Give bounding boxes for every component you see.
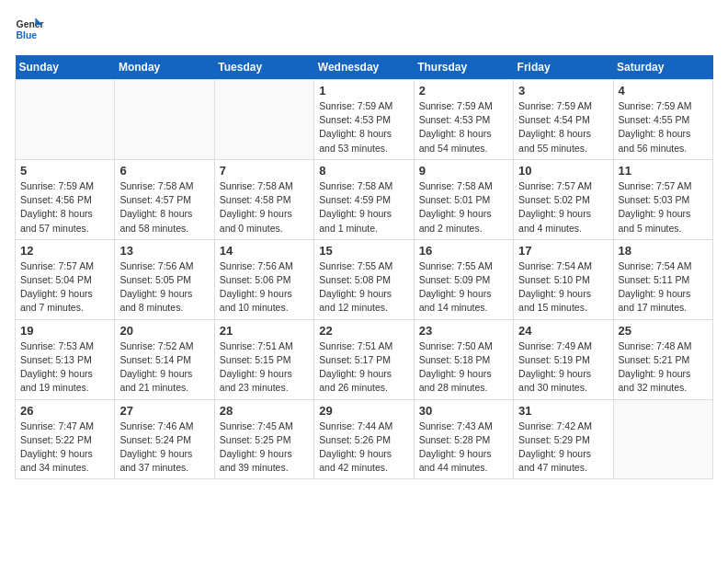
day-cell: 26Sunrise: 7:47 AM Sunset: 5:22 PM Dayli…	[16, 399, 115, 479]
day-info: Sunrise: 7:51 AM Sunset: 5:17 PM Dayligh…	[319, 339, 408, 396]
weekday-header-row: SundayMondayTuesdayWednesdayThursdayFrid…	[16, 55, 713, 80]
day-cell: 20Sunrise: 7:52 AM Sunset: 5:14 PM Dayli…	[115, 319, 214, 399]
day-cell	[214, 80, 313, 160]
day-info: Sunrise: 7:58 AM Sunset: 5:01 PM Dayligh…	[419, 179, 508, 236]
day-cell: 21Sunrise: 7:51 AM Sunset: 5:15 PM Dayli…	[214, 319, 313, 399]
day-cell: 17Sunrise: 7:54 AM Sunset: 5:10 PM Dayli…	[514, 239, 613, 319]
weekday-wednesday: Wednesday	[314, 55, 414, 80]
week-row-2: 5Sunrise: 7:59 AM Sunset: 4:56 PM Daylig…	[16, 159, 713, 239]
day-info: Sunrise: 7:45 AM Sunset: 5:25 PM Dayligh…	[220, 419, 309, 476]
day-number: 18	[619, 244, 708, 258]
day-cell: 9Sunrise: 7:58 AM Sunset: 5:01 PM Daylig…	[414, 159, 513, 239]
day-info: Sunrise: 7:49 AM Sunset: 5:19 PM Dayligh…	[518, 339, 608, 396]
day-number: 12	[20, 244, 109, 258]
day-cell: 27Sunrise: 7:46 AM Sunset: 5:24 PM Dayli…	[115, 399, 214, 479]
day-cell: 3Sunrise: 7:59 AM Sunset: 4:54 PM Daylig…	[514, 80, 613, 160]
day-info: Sunrise: 7:54 AM Sunset: 5:10 PM Dayligh…	[518, 259, 608, 316]
day-number: 25	[619, 324, 708, 338]
day-number: 27	[119, 404, 209, 418]
day-info: Sunrise: 7:56 AM Sunset: 5:05 PM Dayligh…	[119, 259, 209, 316]
calendar-body: 1Sunrise: 7:59 AM Sunset: 4:53 PM Daylig…	[16, 80, 713, 479]
day-number: 29	[319, 404, 408, 418]
day-info: Sunrise: 7:54 AM Sunset: 5:11 PM Dayligh…	[619, 259, 708, 316]
day-number: 19	[20, 324, 109, 338]
day-cell	[613, 399, 712, 479]
day-number: 4	[619, 84, 708, 98]
svg-text:Blue: Blue	[17, 30, 38, 40]
day-cell: 8Sunrise: 7:58 AM Sunset: 4:59 PM Daylig…	[314, 159, 414, 239]
day-info: Sunrise: 7:46 AM Sunset: 5:24 PM Dayligh…	[119, 419, 209, 476]
calendar-table: SundayMondayTuesdayWednesdayThursdayFrid…	[15, 55, 713, 479]
day-cell: 25Sunrise: 7:48 AM Sunset: 5:21 PM Dayli…	[613, 319, 712, 399]
day-number: 23	[419, 324, 508, 338]
day-info: Sunrise: 7:48 AM Sunset: 5:21 PM Dayligh…	[619, 339, 708, 396]
day-cell: 28Sunrise: 7:45 AM Sunset: 5:25 PM Dayli…	[214, 399, 313, 479]
day-number: 1	[319, 84, 408, 98]
day-info: Sunrise: 7:57 AM Sunset: 5:03 PM Dayligh…	[619, 179, 708, 236]
day-cell: 14Sunrise: 7:56 AM Sunset: 5:06 PM Dayli…	[214, 239, 313, 319]
weekday-saturday: Saturday	[613, 55, 712, 80]
day-cell: 11Sunrise: 7:57 AM Sunset: 5:03 PM Dayli…	[613, 159, 712, 239]
day-number: 3	[518, 84, 608, 98]
day-cell: 4Sunrise: 7:59 AM Sunset: 4:55 PM Daylig…	[613, 80, 712, 160]
day-info: Sunrise: 7:44 AM Sunset: 5:26 PM Dayligh…	[319, 419, 408, 476]
logo: General Blue	[15, 15, 44, 44]
day-cell: 5Sunrise: 7:59 AM Sunset: 4:56 PM Daylig…	[16, 159, 115, 239]
day-number: 24	[518, 324, 608, 338]
day-cell: 31Sunrise: 7:42 AM Sunset: 5:29 PM Dayli…	[514, 399, 613, 479]
day-number: 13	[119, 244, 209, 258]
day-info: Sunrise: 7:55 AM Sunset: 5:08 PM Dayligh…	[319, 259, 408, 316]
day-info: Sunrise: 7:58 AM Sunset: 4:57 PM Dayligh…	[119, 179, 209, 236]
day-info: Sunrise: 7:59 AM Sunset: 4:54 PM Dayligh…	[518, 99, 608, 155]
day-cell: 7Sunrise: 7:58 AM Sunset: 4:58 PM Daylig…	[214, 159, 313, 239]
day-info: Sunrise: 7:57 AM Sunset: 5:04 PM Dayligh…	[20, 259, 109, 316]
logo-icon: General Blue	[15, 15, 44, 44]
week-row-4: 19Sunrise: 7:53 AM Sunset: 5:13 PM Dayli…	[16, 319, 713, 399]
day-cell: 18Sunrise: 7:54 AM Sunset: 5:11 PM Dayli…	[613, 239, 712, 319]
day-number: 9	[419, 164, 508, 178]
day-info: Sunrise: 7:52 AM Sunset: 5:14 PM Dayligh…	[119, 339, 209, 396]
day-info: Sunrise: 7:59 AM Sunset: 4:53 PM Dayligh…	[419, 99, 508, 155]
day-cell	[16, 80, 115, 160]
day-cell: 29Sunrise: 7:44 AM Sunset: 5:26 PM Dayli…	[314, 399, 414, 479]
day-number: 20	[119, 324, 209, 338]
day-number: 14	[220, 244, 309, 258]
day-info: Sunrise: 7:59 AM Sunset: 4:53 PM Dayligh…	[319, 99, 408, 155]
day-number: 8	[319, 164, 408, 178]
day-cell: 1Sunrise: 7:59 AM Sunset: 4:53 PM Daylig…	[314, 80, 414, 160]
weekday-friday: Friday	[514, 55, 613, 80]
day-cell: 13Sunrise: 7:56 AM Sunset: 5:05 PM Dayli…	[115, 239, 214, 319]
day-cell: 16Sunrise: 7:55 AM Sunset: 5:09 PM Dayli…	[414, 239, 513, 319]
week-row-5: 26Sunrise: 7:47 AM Sunset: 5:22 PM Dayli…	[16, 399, 713, 479]
weekday-sunday: Sunday	[16, 55, 115, 80]
weekday-monday: Monday	[115, 55, 214, 80]
day-number: 5	[20, 164, 109, 178]
day-number: 31	[518, 404, 608, 418]
day-info: Sunrise: 7:59 AM Sunset: 4:55 PM Dayligh…	[619, 99, 708, 155]
day-cell: 6Sunrise: 7:58 AM Sunset: 4:57 PM Daylig…	[115, 159, 214, 239]
day-number: 21	[220, 324, 309, 338]
day-info: Sunrise: 7:56 AM Sunset: 5:06 PM Dayligh…	[220, 259, 309, 316]
day-number: 22	[319, 324, 408, 338]
day-cell: 22Sunrise: 7:51 AM Sunset: 5:17 PM Dayli…	[314, 319, 414, 399]
day-number: 28	[220, 404, 309, 418]
day-cell: 2Sunrise: 7:59 AM Sunset: 4:53 PM Daylig…	[414, 80, 513, 160]
day-cell: 19Sunrise: 7:53 AM Sunset: 5:13 PM Dayli…	[16, 319, 115, 399]
day-cell: 10Sunrise: 7:57 AM Sunset: 5:02 PM Dayli…	[514, 159, 613, 239]
day-info: Sunrise: 7:59 AM Sunset: 4:56 PM Dayligh…	[20, 179, 109, 236]
day-number: 10	[518, 164, 608, 178]
day-number: 7	[220, 164, 309, 178]
day-info: Sunrise: 7:57 AM Sunset: 5:02 PM Dayligh…	[518, 179, 608, 236]
day-cell: 30Sunrise: 7:43 AM Sunset: 5:28 PM Dayli…	[414, 399, 513, 479]
day-info: Sunrise: 7:58 AM Sunset: 4:59 PM Dayligh…	[319, 179, 408, 236]
weekday-thursday: Thursday	[414, 55, 513, 80]
day-info: Sunrise: 7:55 AM Sunset: 5:09 PM Dayligh…	[419, 259, 508, 316]
day-cell	[115, 80, 214, 160]
day-number: 15	[319, 244, 408, 258]
day-number: 17	[518, 244, 608, 258]
day-number: 26	[20, 404, 109, 418]
day-info: Sunrise: 7:58 AM Sunset: 4:58 PM Dayligh…	[220, 179, 309, 236]
day-cell: 12Sunrise: 7:57 AM Sunset: 5:04 PM Dayli…	[16, 239, 115, 319]
day-info: Sunrise: 7:43 AM Sunset: 5:28 PM Dayligh…	[419, 419, 508, 476]
day-info: Sunrise: 7:50 AM Sunset: 5:18 PM Dayligh…	[419, 339, 508, 396]
